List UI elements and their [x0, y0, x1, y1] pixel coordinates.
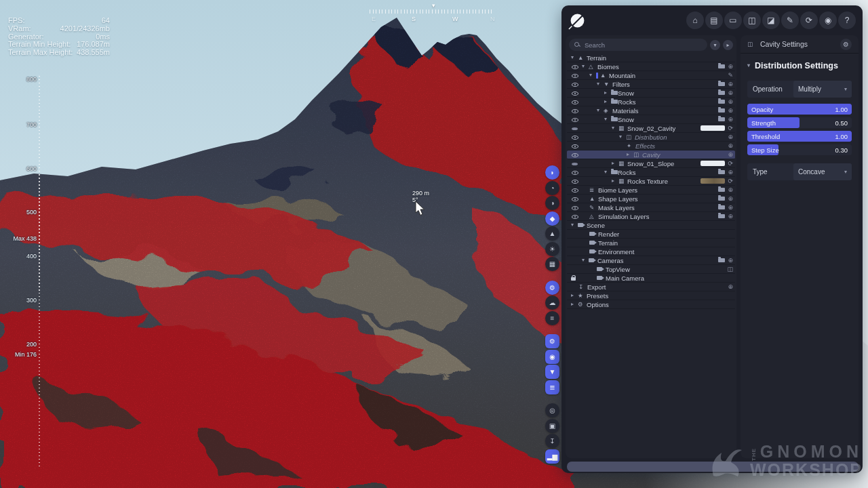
color-swatch[interactable]: [701, 125, 725, 131]
tree-row-rocks[interactable]: ▸Rocks⊕: [567, 98, 735, 106]
chevron-down-icon[interactable]: ▾: [597, 106, 604, 115]
chevron-right-icon[interactable]: ▸: [604, 98, 611, 106]
folder-action-icon[interactable]: [718, 117, 725, 121]
tree-row-biomes[interactable]: ▾△Biomes⊕: [567, 62, 735, 71]
tree-row-snow-02-cavity[interactable]: ▾▦Snow_02_Cavity⟳: [567, 124, 735, 133]
visibility-toggle[interactable]: [571, 178, 579, 185]
tree-row-distribution[interactable]: ▾◫Distribution⊕: [567, 133, 735, 142]
expand-all-button[interactable]: ▸: [723, 40, 733, 50]
add-button[interactable]: ⊕: [728, 256, 733, 264]
add-button[interactable]: ⊕: [728, 62, 733, 70]
chevron-down-icon[interactable]: ▾: [604, 168, 611, 176]
slider-strength[interactable]: Strength 0.50: [747, 117, 852, 128]
terrain-tool-button[interactable]: ▲: [545, 226, 559, 241]
add-button[interactable]: ⊕: [728, 150, 733, 159]
erosion-tool-button[interactable]: ☀: [545, 242, 559, 256]
new-file-button[interactable]: ▤: [705, 12, 723, 29]
operation-dropdown[interactable]: Multiply ▾: [793, 81, 852, 98]
add-button[interactable]: ⊕: [728, 98, 733, 106]
color-swatch[interactable]: [701, 161, 725, 166]
paint-tool-button[interactable]: ◗: [545, 165, 559, 180]
visibility-toggle[interactable]: [571, 169, 579, 176]
chevron-down-icon[interactable]: ▾: [571, 54, 578, 62]
tree-row-options[interactable]: ▸⚙Options: [567, 300, 735, 309]
chevron-down-icon[interactable]: ▾: [582, 62, 589, 70]
tree-row-mask-layers[interactable]: ✎Mask Layers⊕: [567, 203, 735, 212]
folder-action-icon[interactable]: [718, 188, 725, 192]
refresh-button[interactable]: ⟳: [728, 124, 733, 132]
save-button[interactable]: ◫: [743, 12, 761, 29]
tree-row-terrain[interactable]: Terrain: [567, 239, 735, 247]
add-button[interactable]: ⊕: [728, 133, 733, 141]
tree-row-environment[interactable]: Environment: [567, 247, 735, 256]
chevron-down-icon[interactable]: ▾: [604, 115, 611, 123]
export-button[interactable]: ✎: [781, 12, 799, 29]
add-button[interactable]: ⊕: [728, 186, 733, 194]
generators-panel-button[interactable]: ⚙: [545, 334, 559, 348]
tree-row-filters[interactable]: ▾▼Filters⊕: [567, 80, 735, 89]
folder-action-icon[interactable]: [718, 170, 725, 174]
add-button[interactable]: ⊕: [728, 106, 733, 115]
folder-action-icon[interactable]: [718, 82, 725, 86]
tree-row-render[interactable]: Render: [567, 230, 735, 239]
chevron-right-icon[interactable]: ▸: [571, 291, 578, 300]
chevron-down-icon[interactable]: ▾: [582, 256, 589, 264]
chevron-right-icon[interactable]: ▸: [612, 177, 618, 185]
visibility-toggle[interactable]: [571, 195, 579, 203]
chevron-down-icon[interactable]: ▾: [747, 62, 750, 70]
collapse-all-button[interactable]: ▾: [710, 40, 720, 50]
clouds-toggle-button[interactable]: ☁: [545, 296, 559, 310]
tree-row-terrain[interactable]: ▾▲Terrain: [567, 54, 735, 62]
tree-row-main-camera[interactable]: Main Camera: [567, 274, 735, 283]
grid-toggle-button[interactable]: ▦: [545, 257, 559, 271]
snapshot-button-button[interactable]: ▣: [545, 419, 559, 433]
save-camera-button[interactable]: ◫: [727, 265, 733, 273]
save-as-button[interactable]: ◪: [762, 12, 780, 29]
tree-row-topview[interactable]: TopView◫: [567, 265, 735, 274]
add-button[interactable]: ⊕: [728, 89, 733, 97]
chevron-down-icon[interactable]: ▾: [571, 221, 578, 229]
tree-row-rocks[interactable]: ▾Rocks⊕: [567, 168, 735, 177]
visibility-toggle[interactable]: [571, 81, 579, 88]
visibility-toggle[interactable]: [571, 98, 579, 106]
chevron-right-icon[interactable]: ▸: [571, 300, 578, 308]
folder-action-icon[interactable]: [718, 64, 725, 68]
settings-tool-button[interactable]: ⚙: [545, 281, 559, 295]
record-button-button[interactable]: ◎: [545, 403, 559, 418]
chevron-down-icon[interactable]: ▾: [619, 133, 626, 141]
screenshot-button[interactable]: ◉: [819, 12, 837, 29]
tree-row-scene[interactable]: ▾Scene: [567, 221, 735, 230]
visibility-toggle[interactable]: [571, 142, 579, 150]
visibility-toggle[interactable]: [571, 107, 579, 115]
tree-row-mountain[interactable]: ▾▲Mountain✎: [567, 71, 735, 80]
tree-row-cameras[interactable]: ▾Cameras⊕: [567, 256, 735, 265]
open-file-button[interactable]: ▭: [724, 12, 742, 29]
type-dropdown[interactable]: Concave ▾: [793, 163, 852, 180]
tree-row-materials[interactable]: ▾◈Materials⊕: [567, 106, 735, 115]
add-button[interactable]: ⊕: [728, 115, 733, 123]
add-button[interactable]: ⊕: [728, 203, 733, 211]
tree-row-rocks-texture[interactable]: ▸▦Rocks Texture⟳: [567, 177, 735, 186]
refresh-button[interactable]: ⟳: [728, 177, 733, 185]
folder-action-icon[interactable]: [718, 197, 725, 201]
chevron-down-icon[interactable]: ▾: [589, 71, 596, 79]
tree-row-snow[interactable]: ▾Snow⊕: [567, 115, 735, 124]
tree-row-snow-01-slope[interactable]: ▸▦Snow_01_Slope⟳: [567, 159, 735, 168]
settings-gear-button[interactable]: ⚙: [840, 39, 852, 50]
search-input[interactable]: Search: [569, 39, 707, 51]
feedback-button[interactable]: ?: [838, 12, 856, 29]
tree-row-presets[interactable]: ▸★Presets: [567, 291, 735, 300]
slider-opacity[interactable]: Opacity 1.00: [747, 104, 852, 115]
visibility-toggle[interactable]: [571, 125, 579, 132]
list-toggle-button[interactable]: ≡: [545, 311, 559, 325]
chevron-right-icon[interactable]: ▸: [604, 89, 611, 97]
visibility-toggle[interactable]: [571, 63, 579, 70]
stats-panel-button[interactable]: ▂▆: [545, 449, 559, 464]
tree-row-export[interactable]: ↧Export⊕: [567, 283, 735, 291]
visibility-toggle[interactable]: [571, 116, 579, 123]
visibility-toggle[interactable]: [571, 213, 579, 220]
chevron-down-icon[interactable]: ▾: [612, 124, 618, 132]
folder-action-icon[interactable]: [718, 108, 725, 113]
folder-action-icon[interactable]: [718, 214, 725, 218]
tree-row-cavity[interactable]: ▸◫Cavity⊕: [567, 150, 735, 159]
